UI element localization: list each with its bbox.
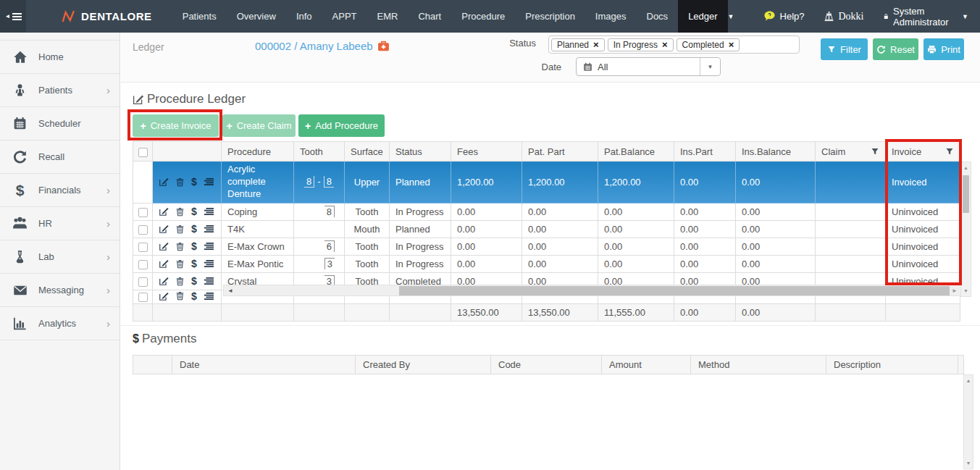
- sidebar-collapse-button[interactable]: ◄: [0, 0, 26, 33]
- nav-item-docs[interactable]: Docs: [637, 0, 679, 33]
- status-filter-input[interactable]: Planned × In Progress × Completed ×: [548, 35, 800, 54]
- nav-item-overview[interactable]: Overview: [227, 0, 286, 33]
- delete-icon[interactable]: [175, 207, 185, 217]
- row-checkbox[interactable]: [138, 277, 148, 287]
- payment-icon[interactable]: $: [191, 176, 197, 188]
- details-icon[interactable]: [204, 177, 214, 187]
- sidebar-item-patients[interactable]: Patients ›: [0, 74, 120, 107]
- payment-icon[interactable]: $: [191, 258, 197, 269]
- cell-ins-balance: 0.00: [736, 238, 816, 255]
- payment-icon[interactable]: $: [191, 223, 197, 235]
- scrollbar-thumb[interactable]: [399, 286, 950, 295]
- user-menu[interactable]: System Administrator ▼: [883, 6, 969, 28]
- delete-icon[interactable]: [175, 242, 185, 251]
- remove-tag-icon[interactable]: ×: [662, 40, 668, 49]
- nav-item-patients[interactable]: Patients: [172, 0, 227, 33]
- date-caret-button[interactable]: ▼: [700, 58, 720, 75]
- nav-item-procedure[interactable]: Procedure: [451, 0, 515, 33]
- brand[interactable]: DENTALORE: [26, 0, 172, 33]
- details-icon[interactable]: [204, 291, 214, 301]
- nav-item-ledger[interactable]: Ledger: [678, 0, 727, 33]
- payments-vertical-scrollbar[interactable]: ▲ ▼: [963, 374, 973, 469]
- invoice-filter-funnel-icon[interactable]: [945, 147, 954, 156]
- edit-icon[interactable]: [159, 241, 169, 251]
- edit-icon[interactable]: [159, 276, 169, 286]
- details-icon[interactable]: [204, 224, 214, 234]
- tag-label: In Progress: [613, 40, 658, 50]
- scroll-down-icon[interactable]: ▼: [961, 288, 971, 293]
- patient-link[interactable]: 000002 / Amany Labeeb: [255, 40, 390, 52]
- edit-icon[interactable]: [159, 224, 169, 234]
- filter-button[interactable]: Filter: [821, 38, 868, 60]
- cell-pat-balance: 0.00: [598, 238, 674, 255]
- procedure-table-vertical-scrollbar[interactable]: ▲ ▼: [960, 161, 971, 297]
- delete-icon[interactable]: [175, 224, 185, 234]
- nav-item-emr[interactable]: EMR: [367, 0, 409, 33]
- row-checkbox[interactable]: [138, 293, 148, 302]
- col-date: Date: [172, 356, 356, 374]
- sidebar-item-recall[interactable]: Recall: [0, 140, 120, 174]
- procedure-row[interactable]: $ E-Max Pontic 3 Tooth In Progress 0.00 …: [133, 255, 960, 272]
- details-icon[interactable]: [204, 276, 214, 286]
- more-menu-caret-icon[interactable]: ▼: [728, 13, 734, 20]
- select-all-checkbox[interactable]: [138, 148, 148, 157]
- nav-item-appt[interactable]: APPT: [322, 0, 367, 33]
- payment-icon[interactable]: $: [191, 206, 197, 217]
- help-button[interactable]: Help?: [763, 10, 805, 22]
- delete-icon[interactable]: [175, 277, 185, 286]
- sidebar-item-label: HR: [38, 218, 52, 229]
- procedure-table-horizontal-scrollbar[interactable]: ◄ ►: [223, 285, 961, 296]
- sidebar-item-financials[interactable]: $ Financials ›: [0, 174, 120, 207]
- delete-icon[interactable]: [175, 177, 185, 187]
- details-icon[interactable]: [204, 206, 214, 217]
- details-icon[interactable]: [204, 259, 214, 269]
- sidebar-item-hr[interactable]: HR ›: [0, 207, 120, 240]
- scroll-right-icon[interactable]: ►: [952, 288, 958, 294]
- remove-tag-icon[interactable]: ×: [593, 40, 599, 49]
- procedure-row-selected[interactable]: $ Acrylic complete Denture 8-8 Upper Pla…: [133, 161, 960, 203]
- delete-icon[interactable]: [175, 259, 185, 269]
- scroll-left-icon[interactable]: ◄: [227, 288, 233, 294]
- sidebar-item-lab[interactable]: Lab ›: [0, 240, 120, 274]
- sidebar-item-analytics[interactable]: Analytics ›: [0, 307, 120, 340]
- add-procedure-button[interactable]: + Add Procedure: [298, 114, 385, 137]
- delete-icon[interactable]: [175, 291, 185, 301]
- scroll-down-icon[interactable]: ▼: [964, 461, 973, 466]
- nav-item-prescription[interactable]: Prescription: [515, 0, 585, 33]
- nav-item-chart[interactable]: Chart: [408, 0, 451, 33]
- print-button[interactable]: Print: [924, 38, 964, 60]
- edit-icon[interactable]: [159, 259, 169, 269]
- edit-icon[interactable]: [159, 291, 169, 301]
- sidebar-item-home[interactable]: Home: [0, 41, 120, 74]
- procedure-row[interactable]: $ Coping 8 Tooth In Progress 0.00 0.00 0…: [133, 203, 960, 220]
- payment-icon[interactable]: $: [191, 290, 197, 302]
- scroll-up-icon[interactable]: ▲: [964, 378, 973, 383]
- row-checkbox[interactable]: [138, 208, 148, 217]
- row-checkbox[interactable]: [138, 225, 148, 235]
- edit-icon[interactable]: [159, 206, 169, 217]
- sidebar-item-scheduler[interactable]: Scheduler: [0, 107, 120, 140]
- row-checkbox[interactable]: [138, 243, 148, 252]
- details-icon[interactable]: [204, 241, 214, 251]
- create-invoice-button[interactable]: + Create Invoice: [133, 114, 219, 137]
- payment-icon[interactable]: $: [191, 240, 197, 252]
- procedure-row[interactable]: $ T4K Mouth Planned 0.00 0.00 0.00 0.00 …: [133, 220, 960, 238]
- nav-item-images[interactable]: Images: [585, 0, 637, 33]
- scroll-up-icon[interactable]: ▲: [961, 165, 971, 170]
- row-checkbox[interactable]: [138, 260, 148, 269]
- sidebar-item-label: Analytics: [38, 318, 76, 329]
- cell-fees: 1,200.00: [451, 161, 522, 203]
- nav-item-info[interactable]: Info: [286, 0, 322, 33]
- remove-tag-icon[interactable]: ×: [729, 40, 734, 49]
- sidebar-item-messaging[interactable]: Messaging ›: [0, 274, 120, 307]
- payment-icon[interactable]: $: [191, 275, 197, 287]
- create-claim-button[interactable]: + Create Claim: [222, 114, 296, 137]
- dokki-button[interactable]: Dokki: [824, 11, 864, 22]
- date-select[interactable]: All ▼: [576, 57, 721, 76]
- claim-filter-funnel-icon[interactable]: [871, 147, 879, 156]
- procedure-row[interactable]: $ E-Max Crown 6 Tooth In Progress 0.00 0…: [133, 238, 960, 255]
- scrollbar-thumb[interactable]: [963, 175, 969, 213]
- reset-button[interactable]: Reset: [873, 38, 918, 60]
- edit-icon[interactable]: [159, 177, 169, 187]
- cell-tooth: 8-8: [294, 161, 345, 203]
